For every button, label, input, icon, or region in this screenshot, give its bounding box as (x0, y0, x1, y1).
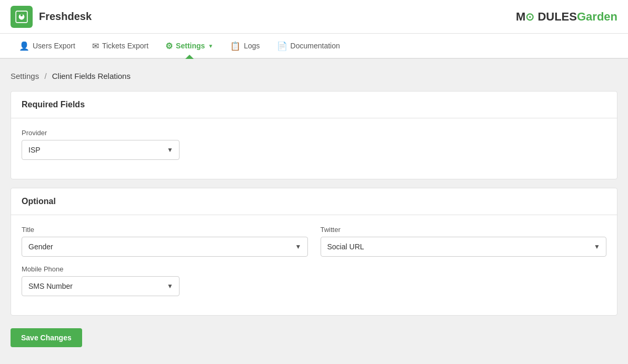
optional-title: Optional (11, 188, 617, 215)
nav-item-users-export[interactable]: 👤 Users Export (11, 34, 84, 58)
twitter-group: Twitter Social URL Twitter Handle ▼ (321, 226, 607, 257)
logo-garden-text: Garden (577, 10, 617, 23)
nav-label-tickets-export: Tickets Export (102, 42, 148, 50)
modules-garden-logo: M ⊙ DULESGarden (516, 10, 617, 24)
nav-label-users-export: Users Export (33, 42, 75, 50)
nav-label-documentation: Documentation (291, 42, 340, 50)
app-title: Freshdesk (39, 11, 92, 23)
logo-circle-icon: ⊙ (525, 11, 534, 23)
title-select[interactable]: Gender Mr Mrs Miss (22, 237, 308, 257)
nav-item-logs[interactable]: 📋 Logs (222, 34, 268, 58)
provider-group: Provider ISP Other ▼ (22, 129, 606, 160)
mobile-phone-select-wrapper: SMS Number Phone ▼ (22, 276, 180, 296)
twitter-select[interactable]: Social URL Twitter Handle (321, 237, 607, 257)
title-select-wrapper: Gender Mr Mrs Miss ▼ (22, 237, 308, 257)
user-icon: 👤 (19, 41, 29, 51)
logo-modules-text: DULES (537, 10, 577, 23)
title-label: Title (22, 226, 308, 234)
content: Settings / Client Fields Relations Requi… (0, 59, 628, 364)
save-changes-button[interactable]: Save Changes (11, 328, 82, 347)
document-icon: 📄 (277, 41, 287, 51)
clipboard-icon: 📋 (230, 41, 241, 51)
required-fields-title: Required Fields (11, 92, 617, 118)
required-fields-body: Provider ISP Other ▼ (11, 118, 617, 179)
provider-select-wrapper: ISP Other ▼ (22, 140, 180, 160)
nav-label-settings: Settings (176, 42, 205, 50)
nav-item-documentation[interactable]: 📄 Documentation (268, 34, 348, 58)
chevron-down-icon: ▼ (208, 43, 213, 49)
provider-label: Provider (22, 129, 606, 137)
optional-body: Title Gender Mr Mrs Miss ▼ (11, 215, 617, 315)
breadcrumb-current: Client Fields Relations (52, 72, 131, 80)
email-icon: ✉ (92, 41, 99, 51)
app-icon (11, 6, 33, 28)
header: Freshdesk M ⊙ DULESGarden (0, 0, 628, 34)
mobile-phone-label: Mobile Phone (22, 265, 180, 273)
nav-item-settings[interactable]: ⚙ Settings ▼ (157, 34, 222, 58)
mobile-phone-group: Mobile Phone SMS Number Phone ▼ (22, 265, 180, 296)
nav-label-logs: Logs (244, 42, 260, 50)
provider-select[interactable]: ISP Other (22, 140, 180, 160)
nav-item-tickets-export[interactable]: ✉ Tickets Export (84, 34, 157, 58)
gear-icon: ⚙ (165, 41, 173, 51)
app-logo-icon (15, 10, 28, 24)
optional-row-1: Title Gender Mr Mrs Miss ▼ (22, 226, 606, 265)
mobile-phone-select[interactable]: SMS Number Phone (22, 276, 180, 296)
breadcrumb: Settings / Client Fields Relations (11, 72, 617, 80)
breadcrumb-settings: Settings (11, 72, 39, 80)
twitter-select-wrapper: Social URL Twitter Handle ▼ (321, 237, 607, 257)
logo-m-icon: M (516, 10, 525, 24)
twitter-label: Twitter (321, 226, 607, 234)
twitter-col: Twitter Social URL Twitter Handle ▼ (321, 226, 607, 265)
required-fields-card: Required Fields Provider ISP Other ▼ (11, 91, 617, 179)
title-col: Title Gender Mr Mrs Miss ▼ (22, 226, 308, 265)
header-left: Freshdesk (11, 6, 92, 28)
breadcrumb-separator: / (44, 72, 46, 80)
nav: 👤 Users Export ✉ Tickets Export ⚙ Settin… (0, 34, 628, 59)
optional-card: Optional Title Gender Mr Mrs Miss ▼ (11, 188, 617, 316)
title-group: Title Gender Mr Mrs Miss ▼ (22, 226, 308, 257)
svg-rect-2 (21, 14, 23, 16)
